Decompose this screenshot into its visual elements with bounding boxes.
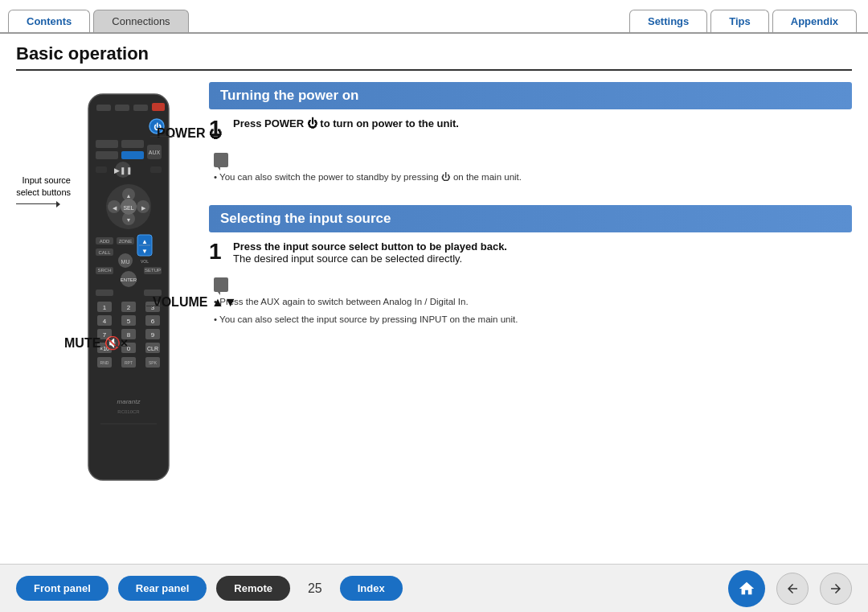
- index-button[interactable]: Index: [340, 576, 403, 601]
- svg-text:RC010CR: RC010CR: [117, 409, 140, 414]
- forward-arrow-icon: [829, 581, 843, 596]
- svg-text:CALL: CALL: [98, 250, 111, 255]
- svg-text:4: 4: [103, 318, 107, 325]
- svg-text:9: 9: [151, 331, 155, 339]
- page-number: 25: [308, 581, 322, 596]
- svg-text:▲: ▲: [126, 193, 132, 199]
- home-button[interactable]: [728, 570, 765, 607]
- svg-text:▼: ▼: [126, 217, 132, 223]
- svg-rect-2: [115, 105, 129, 111]
- section-turning-power: Turning the power on 1 Press POWER ⏻ to …: [209, 82, 852, 184]
- svg-rect-13: [96, 166, 107, 173]
- bottom-bar: Front panel Rear panel Remote 25 Index: [0, 564, 868, 612]
- front-panel-button[interactable]: Front panel: [16, 576, 108, 601]
- svg-text:CLR: CLR: [147, 346, 158, 351]
- mute-label: MUTE 🔇×: [64, 335, 128, 351]
- svg-text:ENTER: ENTER: [121, 277, 137, 282]
- power-arrow: [150, 136, 174, 137]
- svg-text:SEL: SEL: [123, 205, 133, 211]
- svg-text:SETUP: SETUP: [145, 268, 161, 273]
- section-selecting-input: Selecting the input source 1 Press the i…: [209, 205, 852, 327]
- note-block-2: • Press the AUX again to switch between …: [214, 271, 852, 327]
- rear-panel-button[interactable]: Rear panel: [118, 576, 207, 601]
- nav-tabs: Contents Connections Settings Tips Appen…: [0, 0, 868, 34]
- note-block-1: • You can also switch the power to stand…: [214, 146, 852, 184]
- tab-tips[interactable]: Tips: [710, 10, 769, 32]
- svg-text:VOL: VOL: [141, 259, 149, 264]
- svg-rect-9: [96, 151, 118, 159]
- step-row-2: 1 Press the input source select button t…: [209, 240, 852, 265]
- remote-button[interactable]: Remote: [216, 576, 290, 601]
- remote-area: Input source select buttons POWER ⏻ VOLU…: [16, 82, 193, 564]
- svg-text:ADD: ADD: [100, 239, 110, 244]
- svg-text:marantz: marantz: [117, 398, 141, 405]
- page-title: Basic operation: [16, 43, 852, 71]
- svg-rect-1: [96, 105, 111, 111]
- remote-svg: ⏻ AUX ▶❚❚ ▲: [76, 90, 181, 492]
- section-header-power: Turning the power on: [209, 82, 852, 109]
- note-text-2b: • You can also select the input source b…: [214, 313, 852, 327]
- note-text-2a: • Press the AUX again to switch between …: [214, 295, 852, 309]
- tab-contents[interactable]: Contents: [8, 10, 90, 32]
- svg-text:MU: MU: [121, 259, 130, 265]
- volume-arrow: [146, 306, 162, 306]
- svg-text:▼: ▼: [141, 248, 148, 255]
- svg-rect-16: [150, 166, 162, 173]
- note-text-1: • You can also switch the power to stand…: [214, 170, 852, 184]
- svg-text:2: 2: [127, 304, 131, 311]
- note-icon-2: [214, 277, 228, 292]
- svg-text:6: 6: [151, 318, 155, 325]
- tab-connections[interactable]: Connections: [93, 10, 188, 32]
- svg-rect-47: [96, 290, 113, 296]
- step-text-2: Press the input source select button to …: [233, 240, 507, 265]
- svg-text:ZONE: ZONE: [119, 239, 133, 244]
- input-source-label: Input source select buttons: [16, 175, 71, 207]
- body-layout: Input source select buttons POWER ⏻ VOLU…: [16, 82, 852, 564]
- svg-text:▲: ▲: [141, 238, 148, 245]
- svg-text:SRCH: SRCH: [97, 268, 111, 273]
- back-button[interactable]: [776, 573, 809, 605]
- home-icon: [738, 580, 755, 598]
- step-text-1: Press POWER ⏻ to turn on power to the un…: [233, 117, 459, 129]
- svg-text:5: 5: [127, 318, 131, 325]
- svg-text:AUX: AUX: [149, 150, 161, 155]
- note-icon-1: [214, 153, 228, 167]
- step-row-1: 1 Press POWER ⏻ to turn on power to the …: [209, 117, 852, 140]
- svg-rect-7: [96, 140, 118, 148]
- mute-arrow: [114, 346, 130, 347]
- remote-image-container: ⏻ AUX ▶❚❚ ▲: [76, 90, 181, 495]
- instructions-area: Turning the power on 1 Press POWER ⏻ to …: [209, 82, 852, 564]
- svg-text:RPT: RPT: [125, 360, 133, 365]
- main-content: Basic operation Input source select butt…: [0, 34, 868, 564]
- svg-rect-4: [152, 103, 165, 111]
- forward-button[interactable]: [820, 573, 852, 605]
- tab-settings[interactable]: Settings: [629, 10, 707, 32]
- svg-text:SPK: SPK: [149, 360, 158, 365]
- tab-appendix[interactable]: Appendix: [772, 10, 857, 32]
- section-header-input: Selecting the input source: [209, 205, 852, 232]
- svg-rect-3: [133, 105, 148, 111]
- svg-text:▶❚❚: ▶❚❚: [114, 166, 133, 175]
- step-number-2: 1: [209, 240, 225, 263]
- svg-text:1: 1: [103, 304, 107, 311]
- svg-rect-10: [121, 151, 144, 159]
- bottom-right-controls: [728, 570, 852, 607]
- volume-label: VOLUME ▲▼: [153, 295, 237, 310]
- power-label: POWER ⏻: [157, 126, 222, 141]
- back-arrow-icon: [785, 581, 800, 596]
- svg-rect-8: [121, 140, 144, 148]
- svg-text:RND: RND: [100, 360, 109, 365]
